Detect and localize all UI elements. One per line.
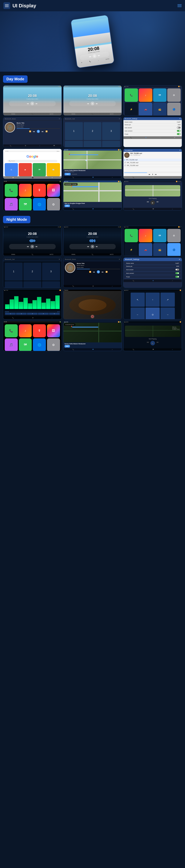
auto-answer-toggle[interactable] bbox=[177, 127, 181, 129]
repeat-icon-1[interactable]: 🔁 bbox=[46, 130, 48, 132]
shuffle-icon-1[interactable]: 🔀 bbox=[29, 130, 31, 132]
bt-s-nav-2[interactable]: ⚙ bbox=[146, 137, 147, 138]
night-prev-track[interactable]: ⏮ bbox=[93, 271, 95, 273]
night-btn-5[interactable]: 5 bbox=[49, 313, 60, 315]
night-key-2[interactable]: 2 bbox=[23, 262, 41, 281]
bt-settings-close[interactable]: ✕ bbox=[179, 118, 181, 120]
nav-lines-icon[interactable] bbox=[178, 4, 182, 7]
social-next[interactable]: ⏭ bbox=[155, 174, 157, 175]
night-auto-answer-toggle[interactable] bbox=[175, 269, 179, 271]
social-list-item-1[interactable]: ▶ 华年_可以消失.mp3 bbox=[124, 159, 182, 161]
night-repeat[interactable]: 🔁 bbox=[106, 271, 108, 273]
night-auto-connect-toggle[interactable] bbox=[175, 272, 179, 274]
app-icon-extra-2[interactable]: 🔵 bbox=[167, 102, 181, 116]
night-prev-1[interactable]: ⏮ bbox=[27, 245, 29, 248]
night-power-toggle[interactable] bbox=[175, 276, 179, 278]
night-next-track[interactable]: ⏭ bbox=[102, 271, 104, 273]
phone-nav-1[interactable]: 📞 bbox=[32, 113, 33, 115]
prev-track-1[interactable]: ⏮ bbox=[33, 130, 35, 132]
app-icon-carplay-1[interactable]: 🚗 bbox=[139, 102, 152, 116]
key-4[interactable]: 4 bbox=[65, 141, 83, 147]
night-key-6[interactable]: 6 bbox=[42, 281, 60, 288]
cp-maps[interactable]: 🗺 bbox=[19, 198, 32, 211]
night-map-view[interactable]: 📍 10:19 ETA 9.0 km bbox=[63, 323, 122, 342]
menu-button[interactable] bbox=[3, 2, 10, 9]
cp-phone[interactable]: 📞 bbox=[5, 184, 18, 197]
night-viz-nav-3[interactable]: ♪ bbox=[52, 317, 52, 319]
night-nav-2-2[interactable]: 📞 bbox=[92, 254, 94, 255]
night-app-bt[interactable]: ⚡ bbox=[125, 243, 138, 256]
night-np-nav-3[interactable]: ♪ bbox=[172, 349, 173, 350]
night-cp-settings[interactable]: ⚙ bbox=[47, 338, 60, 351]
social-list-item-3[interactable]: 🎵 华年_可以消失.mp3 bbox=[124, 164, 182, 167]
social-play[interactable]: ⏸ bbox=[152, 174, 154, 175]
social-music-close[interactable]: ✕ bbox=[179, 150, 181, 151]
night-np-prev[interactable]: ⏮ bbox=[147, 341, 149, 345]
np-next[interactable]: ⏭ bbox=[157, 200, 159, 205]
next-track-1[interactable]: ⏭ bbox=[42, 130, 44, 132]
social-prev[interactable]: ⏮ bbox=[149, 174, 150, 175]
night-map-nav-2[interactable]: 🗺 bbox=[92, 349, 94, 350]
play-pause-icon[interactable]: ⏸ bbox=[92, 54, 97, 58]
app-icon-maps-1[interactable]: 🗺 bbox=[153, 88, 166, 102]
key-6[interactable]: 6 bbox=[102, 141, 120, 147]
bt-call-close[interactable]: ✕ bbox=[119, 118, 120, 120]
night-bt-call-close[interactable]: ✕ bbox=[59, 258, 60, 260]
night-settings-close[interactable]: ✕ bbox=[179, 258, 180, 260]
night-shuffle[interactable]: 🔀 bbox=[89, 271, 91, 273]
night-music-nav-3[interactable]: ♪ bbox=[112, 285, 112, 287]
night-nav-2[interactable]: 📞 bbox=[32, 254, 33, 255]
cp-safari[interactable]: 🌐 bbox=[33, 198, 46, 211]
google-shortcut-2[interactable]: ▶ bbox=[19, 163, 32, 176]
night-app-settings[interactable]: ⚙ bbox=[167, 229, 181, 242]
phone-nav-2[interactable]: 📞 bbox=[92, 113, 94, 115]
np-nav-3[interactable]: ♪ bbox=[172, 208, 173, 210]
night-cam-shutter[interactable]: ⭕ bbox=[90, 315, 95, 318]
night-btn-1[interactable]: 1 bbox=[5, 313, 16, 315]
night-app-music[interactable]: ♪ bbox=[139, 229, 152, 242]
key-5[interactable]: 5 bbox=[84, 141, 102, 147]
night-next-1[interactable]: ⏭ bbox=[36, 245, 37, 248]
nav-map-area[interactable]: 📍 10:19 ETA 9.0 km bbox=[63, 182, 122, 202]
night-key-4[interactable]: 4 bbox=[5, 281, 23, 288]
bt-nav-3[interactable]: ♪ bbox=[39, 145, 40, 147]
np-prev[interactable]: ⏮ bbox=[147, 200, 149, 205]
night-np-next[interactable]: ⏭ bbox=[157, 341, 159, 345]
night-app-radio[interactable]: 📻 bbox=[153, 243, 166, 256]
google-shortcut-1[interactable]: G bbox=[5, 163, 18, 176]
night-cp-phone[interactable]: 📞 bbox=[5, 324, 18, 337]
night-play-2[interactable]: ⏸ bbox=[90, 245, 95, 248]
play-btn-2[interactable]: ⏸ bbox=[90, 102, 95, 105]
nav-b-2[interactable]: 🗺 bbox=[92, 208, 94, 210]
night-s-nav-2[interactable]: ⚙ bbox=[153, 280, 154, 281]
key-3[interactable]: 3 bbox=[102, 122, 120, 140]
np-play[interactable]: ▶ bbox=[151, 200, 155, 205]
prev-btn-1[interactable]: ⏮ bbox=[27, 102, 29, 105]
app-icon-settings-1[interactable]: ⚙ bbox=[167, 88, 181, 102]
night-btn-3[interactable]: 3 bbox=[27, 313, 37, 315]
social-list-item-2[interactable]: 🎵 华年_可以消失.mp3 bbox=[124, 161, 182, 164]
night-cp-maps[interactable]: 🗺 bbox=[19, 338, 32, 351]
night-cp-music[interactable]: ♪ bbox=[19, 324, 32, 337]
next-btn-2[interactable]: ⏭ bbox=[96, 102, 98, 105]
go-button[interactable]: GO bbox=[64, 173, 71, 175]
night-btn-4[interactable]: 4 bbox=[38, 313, 49, 315]
night-next-2[interactable]: ⏭ bbox=[96, 245, 98, 248]
night-key-3[interactable]: 3 bbox=[42, 262, 60, 281]
google-shortcut-4[interactable]: 📰 bbox=[47, 163, 60, 176]
key-1[interactable]: 1 bbox=[65, 122, 83, 140]
night-cp-photos[interactable]: 🖼 bbox=[47, 324, 60, 337]
night-nav-up-right[interactable]: ↗ bbox=[160, 292, 175, 307]
bt-music-close[interactable]: ✕ bbox=[59, 118, 60, 120]
nav-go-button[interactable]: GO bbox=[64, 205, 70, 207]
cp-music[interactable]: ♪ bbox=[19, 184, 32, 197]
night-key-1[interactable]: 1 bbox=[5, 262, 23, 281]
night-key-5[interactable]: 5 bbox=[23, 281, 41, 288]
night-app-maps[interactable]: 🗺 bbox=[153, 229, 166, 242]
night-play-pause[interactable]: ⏸ bbox=[97, 270, 100, 273]
app-icon-music-1[interactable]: ♪ bbox=[139, 88, 152, 102]
night-go-btn[interactable]: GO bbox=[64, 345, 70, 347]
night-nav-up[interactable]: ↑ bbox=[146, 292, 160, 307]
google-search-bar[interactable]: 🔍 Search bbox=[7, 160, 57, 162]
night-prev-2[interactable]: ⏮ bbox=[87, 245, 89, 248]
